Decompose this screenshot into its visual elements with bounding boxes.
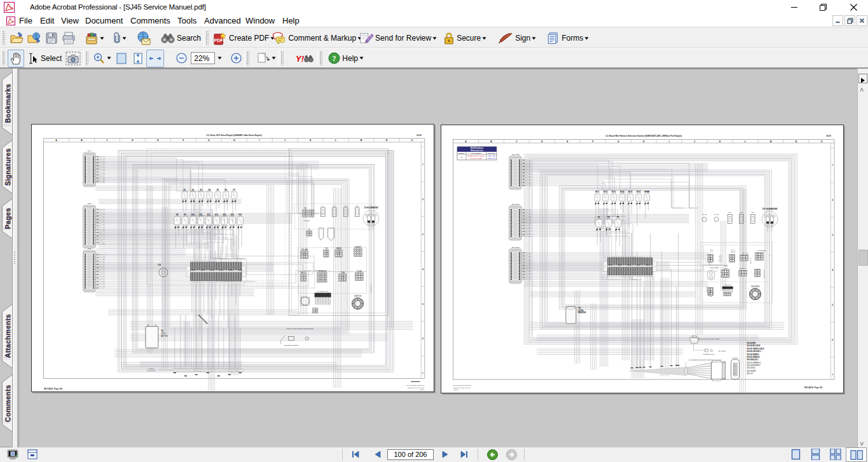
svg-text:J: J (284, 139, 286, 142)
svg-text:AMP CONN: AMP CONN (511, 154, 520, 155)
svg-text:CB2: CB2 (740, 212, 743, 214)
svg-text:Type 2-AB: Type 2-AB (488, 158, 495, 160)
svg-text:K6: K6 (225, 189, 228, 191)
svg-text:BATTERY: BATTERY (161, 335, 169, 337)
svg-text:N: N (796, 140, 797, 143)
svg-text:K7: K7 (233, 189, 236, 191)
svg-text:H: H (643, 140, 645, 143)
svg-text:J: J (694, 140, 695, 143)
svg-text:K3: K3 (200, 189, 203, 191)
svg-text:K2: K2 (607, 216, 610, 219)
svg-text:I: I (259, 139, 260, 142)
svg-text:T51 HOURMETER: T51 HOURMETER (762, 208, 777, 210)
svg-text:J2P2: J2P2 (88, 203, 92, 204)
svg-text:SPARE: SPARE (702, 214, 707, 215)
svg-text:1: 1 (422, 163, 424, 166)
svg-text:W14 GT: W14 GT (747, 372, 754, 375)
svg-text:K13: K13 (215, 214, 218, 216)
svg-text:E: E (567, 140, 568, 143)
svg-text:B-MAIN AUTO-RESET CIRCUIT BRKR: B-MAIN AUTO-RESET CIRCUIT BRKR (287, 328, 314, 330)
svg-text:Type 4 Wo: Type 4 Wo (488, 155, 495, 157)
svg-text:K3: K3 (617, 216, 619, 219)
svg-text:.: . (240, 228, 240, 229)
svg-text:22 SWITCH: 22 SWITCH (369, 285, 371, 293)
svg-text:+SERV: +SERV (419, 390, 425, 391)
svg-text:A: A (55, 139, 57, 142)
svg-text:S16 TILT LR: S16 TILT LR (710, 267, 719, 269)
svg-text:W14 B WH 2 BLK: W14 B WH 2 BLK (747, 344, 761, 347)
svg-text:2-2: Deutz 2011 Diesel Engine: 2-2: Deutz 2011 Diesel Engine (SJ45/45T+… (207, 134, 262, 137)
svg-text:LEVEL: LEVEL (731, 251, 736, 253)
svg-text:C: C (516, 140, 518, 143)
svg-text:N: N (386, 139, 388, 142)
svg-text:L: L (745, 140, 746, 143)
svg-text:G: G (617, 140, 619, 143)
svg-text:GROUND PLATE BKT: GROUND PLATE BKT (284, 344, 299, 346)
svg-text:T-GND 2A: T-GND 2A (148, 368, 155, 369)
svg-text:D: D (541, 140, 543, 143)
svg-text:D: D (132, 139, 134, 142)
svg-text:A-CONVERT: A-CONVERT (723, 284, 732, 285)
svg-text:W14 B ORANGE 2: W14 B ORANGE 2 (747, 362, 761, 364)
svg-text:K8: K8 (176, 214, 179, 216)
svg-text:W14 B SPARE 2: W14 B SPARE 2 (747, 353, 760, 356)
svg-text:K12: K12 (207, 214, 210, 216)
svg-text:84J 457 T 64mm: 84J 457 T 64mm (471, 158, 482, 160)
svg-text:E: E (157, 139, 159, 142)
svg-text:W14 B RED/WH 2: W14 B RED/WH 2 (747, 364, 761, 367)
svg-text:6: 6 (832, 339, 833, 341)
svg-text:SKYJACK, Page 100: SKYJACK, Page 100 (44, 388, 62, 390)
svg-text:2: 2 (422, 198, 424, 201)
svg-text:W14 B YW/BLK 4 BLK: W14 B YW/BLK 4 BLK (747, 348, 764, 350)
svg-text:J1P1: J1P1 (88, 150, 92, 151)
svg-text:K1: K1 (184, 189, 186, 191)
svg-text:45T: 45T (460, 156, 464, 158)
svg-text:Serie Number: Serie Number (471, 153, 481, 154)
svg-text:84-MET 5 to 89 J 37,517: 84-MET 5 to 89 J 37,517 (468, 155, 485, 157)
svg-text:5: 5 (832, 304, 833, 306)
svg-text:SW ENABLE: SW ENABLE (763, 269, 765, 278)
svg-text:K16: K16 (238, 214, 242, 216)
svg-text:O: O (411, 139, 413, 142)
svg-text:B-F HORN: B-F HORN (719, 350, 726, 351)
svg-text:S IGNITION: S IGNITION (757, 250, 766, 252)
svg-text:AMP CONN: AMP CONN (511, 247, 520, 248)
svg-text:AB,AE: AB,AE (417, 134, 422, 137)
svg-text:F: F (592, 140, 593, 143)
svg-text:(-): (-) (769, 258, 770, 259)
svg-text:AB,AE: AB,AE (826, 135, 831, 137)
svg-text:S24 HORN: S24 HORN (751, 285, 759, 288)
svg-text:SPARE: SPARE (644, 191, 650, 193)
svg-text:?: ? (333, 54, 336, 63)
svg-text:W14 B WHT: W14 B WHT (747, 370, 757, 372)
svg-text:K1: K1 (598, 216, 600, 219)
svg-text:GROUND PLATE: GROUND PLATE (703, 353, 715, 355)
svg-text:TO REMOTE GROUND CONTROL STATI: TO REMOTE GROUND CONTROL STATION (689, 359, 721, 361)
svg-text:(+): (+) (769, 255, 771, 256)
svg-text:CB: CB (333, 205, 336, 207)
svg-text:Reference List: Reference List (471, 149, 483, 152)
svg-text:T21: T21 (161, 330, 164, 332)
svg-text:K: K (719, 140, 721, 143)
svg-text:K9: K9 (184, 214, 186, 216)
svg-text:K4: K4 (209, 189, 211, 191)
svg-text:Y!: Y! (296, 54, 305, 64)
svg-text:S18 TILT: S18 TILT (740, 268, 746, 269)
svg-text:+SERV: +SERV (453, 389, 458, 391)
svg-text:CB3: CB3 (355, 205, 359, 207)
svg-text:A: A (465, 140, 467, 143)
svg-text:Models: Models (459, 153, 465, 154)
svg-text:CB4: CB4 (728, 212, 731, 214)
svg-text:C30: C30 (158, 264, 162, 266)
svg-text:4: 4 (832, 269, 833, 271)
svg-text:W14 B GROUND 2: W14 B GROUND 2 (747, 350, 762, 353)
svg-text:B-2 MP: B-2 MP (733, 357, 738, 359)
svg-text:7: 7 (832, 374, 833, 376)
svg-text:M: M (361, 139, 362, 142)
svg-text:S6 STOP: S6 STOP (706, 286, 708, 292)
svg-text:5: 5 (422, 303, 424, 306)
svg-text:C: C (106, 139, 108, 142)
svg-text:SPARE: SPARE (714, 214, 719, 215)
svg-text:7: 7 (422, 372, 424, 375)
svg-text:B: B (490, 140, 492, 143)
